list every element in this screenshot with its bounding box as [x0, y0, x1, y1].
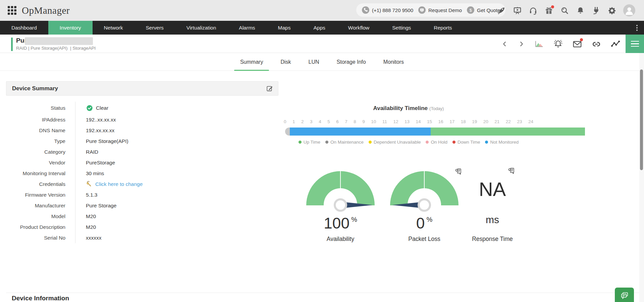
field-label: Status [6, 105, 75, 111]
hour-tick: 19 [472, 119, 477, 124]
headset-icon[interactable] [529, 6, 538, 15]
main-nav: Dashboard Inventory Network Servers Virt… [0, 21, 644, 35]
tab-summary[interactable]: Summary [239, 53, 264, 71]
opmanager-app: OpManager (+1) 888 720 9500 Request Demo… [0, 0, 644, 302]
presentation-icon[interactable] [513, 6, 522, 15]
device-subtitle: RAID | Pure Storage(API) | StorageAPI [16, 46, 96, 51]
legend-label: On Maintenance [330, 140, 364, 145]
field-row-monitoring-interval: Monitoring Interval 30 mins [6, 168, 278, 179]
timeline-segment-up-time [431, 128, 585, 136]
gauge-number: 100 [324, 214, 350, 232]
nav-item-reports[interactable]: Reports [422, 21, 463, 35]
apps-grid-icon[interactable] [7, 6, 17, 15]
device-header: Pur RAID | Pure Storage(API) | StorageAP… [0, 35, 644, 53]
scrollbar-thumb[interactable] [640, 69, 643, 170]
nav-item-maps[interactable]: Maps [267, 21, 302, 35]
search-icon[interactable] [560, 6, 569, 15]
chat-button[interactable] [615, 288, 634, 302]
field-row-vendor: Vendor PureStorage [6, 157, 278, 168]
nav-overflow-menu-icon[interactable] [634, 21, 640, 35]
tab-storage-info[interactable]: Storage Info [335, 53, 367, 71]
rocket-icon[interactable] [497, 6, 506, 15]
nav-item-apps[interactable]: Apps [302, 21, 336, 35]
credentials-change-link[interactable]: Click here to change [95, 181, 143, 187]
phone-icon [362, 6, 370, 14]
request-demo-link[interactable]: Request Demo [418, 6, 462, 14]
timeline-legend: Up Time On Maintenance Dependent Unavail… [284, 140, 533, 145]
nav-item-network[interactable]: Network [93, 21, 135, 35]
availability-timeline-bar[interactable] [285, 128, 585, 136]
tab-disk[interactable]: Disk [279, 53, 292, 71]
get-quote-link[interactable]: $ Get Quote [467, 6, 500, 14]
link-icon[interactable] [591, 39, 601, 49]
nav-item-alarms[interactable]: Alarms [227, 21, 266, 35]
hour-tick: 13 [405, 119, 410, 124]
mail-icon[interactable] [572, 39, 582, 49]
plug-icon[interactable] [592, 6, 601, 15]
field-row-ipaddress: IPAddress 192..xx.xx.xx [6, 114, 278, 125]
field-value: Pure Storage [75, 200, 278, 211]
gift-icon[interactable] [544, 6, 553, 15]
get-quote-label: Get Quote [477, 7, 500, 13]
nav-item-servers[interactable]: Servers [134, 21, 175, 35]
nav-item-workflow[interactable]: Workflow [337, 21, 381, 35]
field-value-text: RAID [86, 149, 98, 155]
field-label: Type [6, 138, 75, 144]
hour-tick: 12 [393, 119, 398, 124]
redacted-device-name [25, 37, 93, 45]
availability-timeline-title: Availability Timeline(Today) [284, 105, 533, 112]
performance-chart-icon[interactable] [534, 39, 544, 49]
timeline-segment-not-monitored [290, 128, 431, 136]
device-accent-bar [11, 38, 13, 51]
bell-icon[interactable] [576, 6, 585, 15]
alarm-bell-icon[interactable] [553, 39, 563, 49]
chevron-left-icon[interactable] [501, 40, 508, 48]
status-clear-icon [86, 104, 93, 112]
field-label: Monitoring Interval [6, 170, 75, 177]
report-icon[interactable] [508, 167, 515, 174]
hour-tick: 24 [528, 119, 533, 124]
field-label: Credentials [6, 181, 75, 187]
field-row-firmware-version: Firmware Version 5.1.3 [6, 190, 278, 200]
hour-tick: 1 [292, 119, 295, 124]
hour-tick: 23 [517, 119, 522, 124]
device-summary-header: Device Summary [6, 81, 278, 96]
legend-dot [485, 141, 488, 144]
hour-tick: 2 [301, 119, 304, 124]
section-divider [6, 293, 639, 293]
tab-lun[interactable]: LUN [307, 53, 321, 71]
nav-item-settings[interactable]: Settings [381, 21, 422, 35]
contact-pill: (+1) 888 720 9500 Request Demo $ Get Quo… [356, 3, 505, 17]
legend-item: On Hold [426, 140, 447, 145]
gear-icon[interactable] [607, 6, 616, 15]
timeline-title-text: Availability Timeline [373, 105, 428, 111]
trend-icon[interactable] [610, 39, 621, 49]
gauge-needle [343, 202, 373, 208]
hour-tick: 3 [310, 119, 313, 124]
user-avatar[interactable] [623, 4, 635, 16]
notification-dot [580, 38, 583, 41]
hour-tick: 7 [345, 119, 347, 124]
chevron-right-icon[interactable] [518, 40, 525, 48]
availability-label: Availability [306, 236, 375, 243]
nav-item-dashboard[interactable]: Dashboard [0, 21, 48, 35]
tab-monitors[interactable]: Monitors [382, 53, 405, 71]
field-row-type: Type Pure Storage(API) [6, 136, 278, 147]
edit-icon[interactable] [266, 85, 273, 92]
packet-loss-label: Packet Loss [390, 236, 459, 243]
legend-label: Down Time [458, 140, 480, 145]
device-menu-button[interactable] [626, 35, 644, 53]
nav-item-inventory[interactable]: Inventory [48, 21, 93, 35]
field-label: Product Description [6, 224, 75, 230]
field-value-text: 192.xx.xx.xx [86, 128, 114, 134]
phone-link[interactable]: (+1) 888 720 9500 [362, 6, 413, 14]
nav-item-virtualization[interactable]: Virtualization [175, 21, 227, 35]
svg-text:$: $ [469, 8, 472, 13]
field-value-text: 30 mins [86, 170, 104, 177]
field-row-category: Category RAID [6, 147, 278, 157]
report-icon[interactable] [455, 168, 462, 175]
hour-tick: 20 [483, 119, 488, 124]
legend-dot [369, 141, 372, 144]
legend-item: Up Time [299, 140, 320, 145]
packet-loss-value: 0% [390, 214, 459, 232]
